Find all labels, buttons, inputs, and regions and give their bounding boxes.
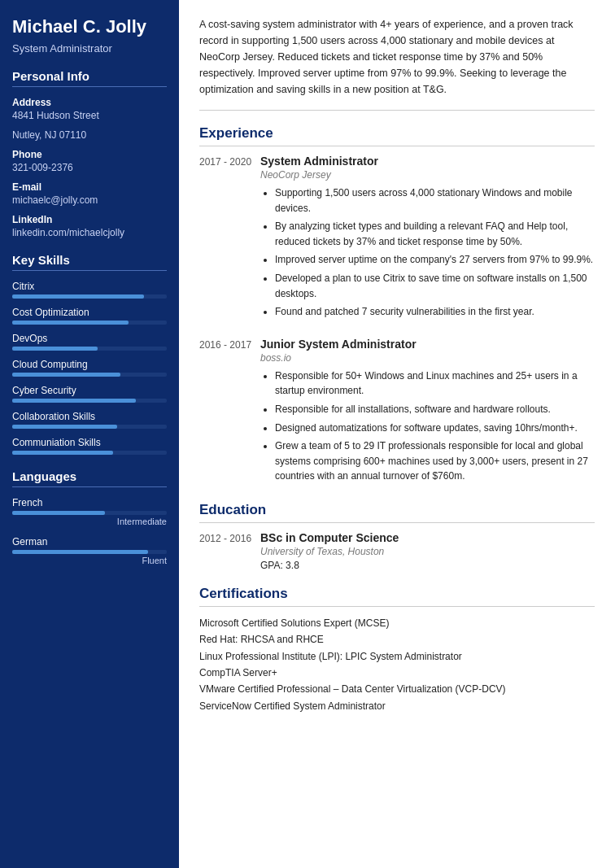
language-bar-bg bbox=[12, 550, 167, 554]
email-label: E-mail bbox=[12, 181, 167, 193]
skill-bar-bg bbox=[12, 399, 167, 403]
skill-name: Citrix bbox=[12, 281, 167, 292]
exp-bullet: By analyzing ticket types and building a… bbox=[275, 219, 595, 249]
languages-list: FrenchIntermediateGermanFluent bbox=[12, 497, 167, 565]
edu-school: University of Texas, Houston bbox=[260, 546, 595, 557]
address-label: Address bbox=[12, 97, 167, 108]
exp-bullet: Responsible for 50+ Windows and Linux ma… bbox=[275, 369, 595, 399]
experience-list: 2017 - 2020System AdministratorNeoCorp J… bbox=[199, 155, 595, 487]
cert-item: ServiceNow Certified System Administrato… bbox=[199, 698, 595, 714]
exp-bullets: Responsible for 50+ Windows and Linux ma… bbox=[260, 369, 595, 484]
education-title: Education bbox=[199, 502, 595, 523]
cert-item: CompTIA Server+ bbox=[199, 665, 595, 681]
skill-item: DevOps bbox=[12, 333, 167, 351]
exp-role: System Administrator bbox=[260, 155, 595, 168]
skill-name: Cyber Security bbox=[12, 385, 167, 396]
language-bar-fill bbox=[12, 550, 148, 554]
sidebar: Michael C. Jolly System Administrator Pe… bbox=[0, 0, 179, 868]
certifications-section: Certifications Microsoft Certified Solut… bbox=[199, 586, 595, 714]
cert-item: VMware Certified Professional – Data Cen… bbox=[199, 681, 595, 697]
cert-item: Red Hat: RHCSA and RHCE bbox=[199, 631, 595, 648]
phone-label: Phone bbox=[12, 149, 167, 160]
cert-item: Linux Professional Institute (LPI): LPIC… bbox=[199, 648, 595, 665]
exp-content: System AdministratorNeoCorp JerseySuppor… bbox=[260, 155, 595, 323]
skill-bar-bg bbox=[12, 425, 167, 429]
exp-bullet: Grew a team of 5 to 29 IT professionals … bbox=[275, 438, 595, 484]
certifications-list: Microsoft Certified Solutions Expert (MC… bbox=[199, 615, 595, 714]
experience-block: 2017 - 2020System AdministratorNeoCorp J… bbox=[199, 155, 595, 323]
skill-name: Collaboration Skills bbox=[12, 411, 167, 422]
education-list: 2012 - 2016BSc in Computer ScienceUniver… bbox=[199, 531, 595, 571]
exp-dates: 2016 - 2017 bbox=[199, 338, 260, 487]
skills-heading: Key Skills bbox=[12, 253, 167, 271]
resume-container: Michael C. Jolly System Administrator Pe… bbox=[0, 0, 615, 868]
skill-bar-bg bbox=[12, 321, 167, 325]
skill-bar-bg bbox=[12, 451, 167, 455]
education-section: Education 2012 - 2016BSc in Computer Sci… bbox=[199, 502, 595, 571]
candidate-title: System Administrator bbox=[12, 42, 167, 55]
languages-heading: Languages bbox=[12, 469, 167, 487]
address-line2: Nutley, NJ 07110 bbox=[12, 129, 167, 141]
skill-item: Cloud Computing bbox=[12, 359, 167, 377]
skill-bar-bg bbox=[12, 294, 167, 299]
skill-bar-fill bbox=[12, 294, 144, 299]
language-item: GermanFluent bbox=[12, 536, 167, 565]
exp-company: boss.io bbox=[260, 352, 595, 364]
certifications-title: Certifications bbox=[199, 586, 595, 607]
phone-value: 321-009-2376 bbox=[12, 162, 167, 173]
skill-bar-fill bbox=[12, 425, 117, 429]
exp-bullet: Supporting 1,500 users across 4,000 stat… bbox=[275, 185, 595, 216]
exp-bullets: Supporting 1,500 users across 4,000 stat… bbox=[260, 185, 595, 320]
skill-bar-bg bbox=[12, 347, 167, 351]
skill-item: Cost Optimization bbox=[12, 307, 167, 325]
summary-text: A cost-saving system administrator with … bbox=[199, 16, 595, 111]
skill-name: DevOps bbox=[12, 333, 167, 344]
experience-block: 2016 - 2017Junior System Administratorbo… bbox=[199, 338, 595, 487]
skill-bar-fill bbox=[12, 347, 98, 351]
language-item: FrenchIntermediate bbox=[12, 497, 167, 526]
language-name: French bbox=[12, 497, 167, 508]
address-line1: 4841 Hudson Street bbox=[12, 110, 167, 121]
edu-content: BSc in Computer ScienceUniversity of Tex… bbox=[260, 531, 595, 571]
cert-item: Microsoft Certified Solutions Expert (MC… bbox=[199, 615, 595, 631]
skill-bar-fill bbox=[12, 399, 136, 403]
exp-bullet: Responsible for all installations, softw… bbox=[275, 402, 595, 417]
skill-item: Collaboration Skills bbox=[12, 411, 167, 429]
exp-bullet: Found and patched 7 security vulnerabili… bbox=[275, 304, 595, 320]
education-block: 2012 - 2016BSc in Computer ScienceUniver… bbox=[199, 531, 595, 571]
skill-name: Cost Optimization bbox=[12, 307, 167, 318]
language-bar-bg bbox=[12, 511, 167, 515]
exp-bullet: Designed automatizations for software up… bbox=[275, 421, 595, 436]
skill-name: Cloud Computing bbox=[12, 359, 167, 370]
main-content: A cost-saving system administrator with … bbox=[179, 0, 615, 868]
experience-section: Experience 2017 - 2020System Administrat… bbox=[199, 125, 595, 487]
skill-bar-bg bbox=[12, 373, 167, 377]
linkedin-value: linkedin.com/michaelcjolly bbox=[12, 227, 167, 238]
experience-title: Experience bbox=[199, 125, 595, 146]
personal-info-heading: Personal Info bbox=[12, 69, 167, 87]
skill-bar-fill bbox=[12, 373, 120, 377]
edu-degree: BSc in Computer Science bbox=[260, 531, 595, 544]
exp-content: Junior System Administratorboss.ioRespon… bbox=[260, 338, 595, 487]
skill-bar-fill bbox=[12, 451, 113, 455]
skill-bar-fill bbox=[12, 321, 129, 325]
language-level: Fluent bbox=[12, 556, 167, 565]
exp-role: Junior System Administrator bbox=[260, 338, 595, 351]
language-name: German bbox=[12, 536, 167, 547]
language-level: Intermediate bbox=[12, 517, 167, 526]
skills-list: CitrixCost OptimizationDevOpsCloud Compu… bbox=[12, 281, 167, 455]
exp-dates: 2017 - 2020 bbox=[199, 155, 260, 323]
exp-bullet: Developed a plan to use Citrix to save t… bbox=[275, 271, 595, 301]
linkedin-label: LinkedIn bbox=[12, 214, 167, 225]
exp-bullet: Improved server uptime on the company's … bbox=[275, 252, 595, 268]
email-value: michaelc@jolly.com bbox=[12, 194, 167, 206]
edu-gpa: GPA: 3.8 bbox=[260, 560, 595, 571]
exp-company: NeoCorp Jersey bbox=[260, 169, 595, 181]
skill-item: Citrix bbox=[12, 281, 167, 299]
edu-dates: 2012 - 2016 bbox=[199, 531, 260, 571]
skill-item: Cyber Security bbox=[12, 385, 167, 403]
language-bar-fill bbox=[12, 511, 105, 515]
skill-name: Communiation Skills bbox=[12, 437, 167, 448]
skill-item: Communiation Skills bbox=[12, 437, 167, 455]
candidate-name: Michael C. Jolly bbox=[12, 16, 167, 37]
